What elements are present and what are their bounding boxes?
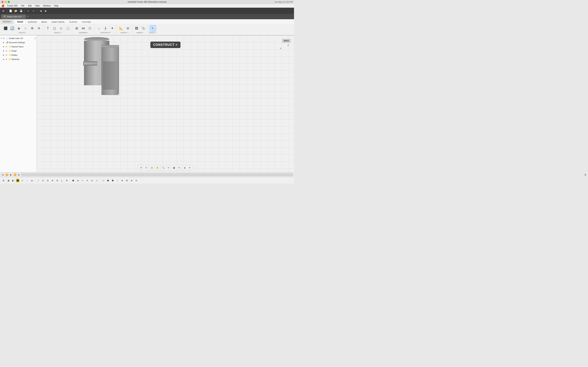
tab-mesh[interactable]: MESH — [39, 20, 49, 24]
create-hole-btn[interactable]: ○ — [22, 25, 29, 32]
grid-button[interactable]: ⊞ — [1, 8, 6, 13]
modify-chamfer-btn[interactable]: ◇ — [58, 25, 64, 32]
assemble-rigid-btn[interactable]: ⬡ — [87, 25, 93, 32]
inspect-label[interactable]: INSPECT ▾ — [121, 32, 128, 33]
vb-effects-dropdown[interactable]: ▾ — [188, 166, 192, 170]
construct-point-btn[interactable]: ✦ — [109, 25, 115, 32]
status-btn-25[interactable]: ⊕ — [120, 178, 124, 183]
origin-arrow[interactable]: ▶ — [3, 50, 6, 52]
vb-display-mode-btn[interactable]: ▣ — [172, 166, 176, 170]
status-btn-14[interactable]: ⊕ — [65, 178, 69, 183]
vb-orbit-btn[interactable]: ⟳ — [139, 166, 143, 170]
forward-button[interactable]: ▶ — [43, 8, 48, 13]
modify-fillet-btn[interactable]: ◻ — [51, 25, 58, 32]
design-dropdown[interactable]: DESIGN ▾ — [1, 20, 13, 24]
named-views-arrow[interactable]: ▶ — [3, 46, 6, 48]
construct-label[interactable]: CONSTRUCT ▾ — [100, 32, 111, 33]
vb-pan-btn[interactable]: ✋ — [156, 166, 160, 170]
tree-root-item[interactable]: ▼ 👁 📄 simple cube v14 ⚙ — [0, 36, 37, 40]
status-btn-5[interactable]: ◻ — [20, 178, 25, 183]
sketches-visibility[interactable]: 👁 — [6, 58, 9, 60]
construct-axis-btn[interactable]: ┼ — [102, 25, 109, 32]
sketches-arrow[interactable]: ▶ — [3, 58, 6, 60]
save-button[interactable]: 💾 — [19, 8, 23, 13]
back-view-label[interactable]: BACK — [282, 39, 291, 43]
menu-help[interactable]: Help — [53, 4, 60, 7]
status-btn-20[interactable]: ◻ — [95, 178, 99, 183]
insert-decal-btn[interactable]: 📎 — [140, 25, 147, 32]
tab-surface[interactable]: SURFACE — [26, 20, 39, 24]
sidebar-item-document-settings[interactable]: ▶ ⚙ Document Settings — [0, 40, 37, 45]
menu-file[interactable]: File — [20, 4, 26, 7]
tab-close-button[interactable]: × — [23, 16, 24, 18]
menu-edit[interactable]: Edit — [26, 4, 33, 7]
status-btn-6[interactable]: ⬦ — [25, 178, 29, 183]
sidebar-item-origin[interactable]: ▶ 👁 📁 Origin — [0, 49, 37, 53]
create-loft-btn[interactable]: ◈ — [16, 25, 22, 32]
close-button[interactable] — [1, 1, 3, 3]
viewport[interactable]: CONSTRUCT > BACK Z X — [37, 35, 294, 172]
status-btn-23[interactable]: ⬣ — [111, 178, 115, 183]
create-revolve-btn[interactable]: 🔄 — [9, 25, 15, 32]
create-more-btn[interactable]: ✛ — [36, 25, 42, 32]
tab-sheet-metal[interactable]: SHEET METAL — [50, 20, 67, 24]
menu-fusion360[interactable]: Fusion 360 — [6, 4, 19, 7]
create-thread-btn[interactable]: ⚙ — [29, 25, 35, 32]
sidebar-item-sketches[interactable]: ▶ 👁 📁 Sketches — [0, 57, 37, 61]
open-button[interactable]: 📂 — [13, 8, 18, 13]
timeline-first-btn[interactable]: ⏮ — [1, 173, 5, 176]
timeline-next-btn[interactable]: ⏩ — [13, 173, 17, 176]
undo-button[interactable]: ↩ — [26, 8, 30, 13]
status-btn-28[interactable]: ⊘ — [134, 178, 138, 183]
root-visibility-btn[interactable]: 👁 — [3, 37, 6, 39]
status-btn-10[interactable]: ⊟ — [46, 178, 50, 183]
select-label[interactable]: SELECT ▾ — [149, 32, 156, 33]
assemble-label[interactable]: ASSEMBLE ▾ — [78, 32, 88, 33]
status-btn-13[interactable]: ◺ — [60, 178, 64, 183]
modify-press-pull-btn[interactable]: ⤒ — [45, 25, 51, 32]
vb-look-at-btn[interactable]: ⊡ — [150, 166, 154, 170]
status-btn-18[interactable]: ✛ — [85, 178, 89, 183]
create-extrude-btn[interactable]: ⬛ — [2, 25, 9, 32]
status-btn-27[interactable]: ⊗ — [130, 178, 134, 183]
vb-zoom-btn[interactable]: 🔍 — [161, 166, 165, 170]
status-btn-active[interactable]: ⬛ — [16, 178, 20, 183]
redo-button[interactable]: ↪ — [31, 8, 36, 13]
tab-utilities[interactable]: UTILITIES — [80, 20, 93, 24]
timeline-prev-btn[interactable]: ⏪ — [5, 173, 9, 176]
root-collapse-arrow[interactable]: ▼ — [1, 37, 3, 39]
named-views-visibility[interactable]: 👁 — [6, 46, 9, 48]
doc-settings-arrow[interactable]: ▶ — [3, 42, 6, 43]
modify-label[interactable]: MODIFY ▾ — [54, 32, 61, 33]
status-btn-8[interactable]: ⟨ — [36, 178, 40, 183]
inspect-measure-btn[interactable]: 📐 — [118, 25, 124, 32]
status-btn-19[interactable]: ⊡ — [90, 178, 94, 183]
timeline-track[interactable] — [21, 173, 293, 176]
vb-effects-btn[interactable]: ◈ — [183, 166, 187, 170]
assemble-new-comp-btn[interactable]: ⊞ — [73, 25, 80, 32]
new-button[interactable]: 📄 — [8, 8, 13, 13]
back-button[interactable]: ◀ — [38, 8, 43, 13]
status-btn-17[interactable]: ⋄ — [80, 178, 85, 183]
timeline-last-btn[interactable]: ⏭ — [17, 173, 21, 176]
window-controls[interactable] — [1, 1, 10, 3]
status-btn-24[interactable]: ◌ — [115, 178, 120, 183]
assemble-joint-btn[interactable]: ⋈ — [80, 25, 86, 32]
status-btn-12[interactable]: ⊗ — [55, 178, 59, 183]
sidebar-item-named-views[interactable]: ▶ 👁 📁 Named Views — [0, 45, 37, 49]
tab-solid[interactable]: SOLID — [15, 20, 25, 24]
origin-visibility[interactable]: 👁 — [6, 50, 9, 52]
status-btn-16[interactable]: ◈ — [76, 178, 80, 183]
maximize-button[interactable] — [8, 1, 10, 3]
status-btn-22[interactable]: ⬢ — [106, 178, 110, 183]
modify-shell-btn[interactable]: ⬜ — [65, 25, 71, 32]
status-btn-9[interactable]: ⊡ — [41, 178, 45, 183]
status-btn-2[interactable]: ◨ — [6, 178, 10, 183]
inspect-section-btn[interactable]: ⊖ — [125, 25, 131, 32]
document-tab[interactable]: 📦 simple cube v14* × — [1, 15, 26, 19]
status-btn-1[interactable]: ⊞ — [1, 178, 6, 183]
new-tab-button[interactable]: + — [27, 15, 28, 18]
status-btn-15[interactable]: ⬟ — [71, 178, 75, 183]
insert-canvas-btn[interactable]: 🖼 — [134, 25, 140, 32]
sidebar-item-bodies[interactable]: ▶ 👁 📁 Bodies — [0, 53, 37, 57]
